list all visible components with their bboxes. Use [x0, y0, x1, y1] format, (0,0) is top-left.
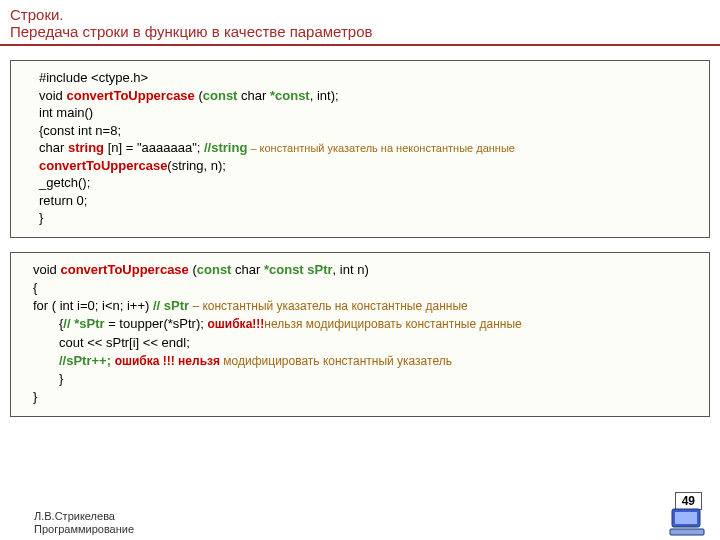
- keyword-const: const: [197, 262, 232, 277]
- code-text: char: [237, 88, 270, 103]
- code-line: {: [33, 280, 37, 295]
- comment-text: модифицировать константный указатель: [220, 354, 452, 368]
- comment-head: //sPtr++;: [59, 353, 115, 368]
- footer-author: Л.В.Стрикелева: [34, 510, 134, 523]
- code-text: , int n): [333, 262, 369, 277]
- code-text: char: [39, 140, 68, 155]
- code-line: }: [39, 210, 43, 225]
- param-const: *const sPtr: [264, 262, 333, 277]
- code-block-2: void convertToUppercase (const char *con…: [10, 252, 710, 418]
- code-line: cout << sPtr[i] << endl;: [59, 335, 190, 350]
- code-text: (: [189, 262, 197, 277]
- code-text: = toupper(*sPtr);: [105, 316, 208, 331]
- computer-icon: [668, 507, 706, 540]
- svg-rect-2: [670, 529, 704, 535]
- func-call: convertToUppercase: [39, 158, 167, 173]
- func-name: convertToUppercase: [60, 262, 188, 277]
- error-label: ошибка !!! нельзя: [115, 354, 220, 368]
- comment-head: // sPtr: [153, 298, 189, 313]
- footer: Л.В.Стрикелева Программирование: [34, 510, 134, 536]
- title-line-1: Строки.: [10, 6, 710, 23]
- code-block-1: #include <ctype.h> void convertToUpperca…: [10, 60, 710, 238]
- code-text: void: [39, 88, 66, 103]
- func-name: convertToUppercase: [66, 88, 194, 103]
- code-line: #include <ctype.h>: [39, 70, 148, 85]
- code-line: int main(): [39, 105, 93, 120]
- code-line: _getch();: [39, 175, 90, 190]
- code-line: {const int n=8;: [39, 123, 121, 138]
- comment-head: // *sPtr: [63, 316, 104, 331]
- comment-text: – константный указатель на неконстантные…: [247, 142, 515, 154]
- code-text: (: [195, 88, 203, 103]
- comment-text: – константный указатель на константные д…: [189, 299, 468, 313]
- keyword-const: const: [203, 88, 238, 103]
- keyword-const: *const: [270, 88, 310, 103]
- code-brace: }: [33, 389, 37, 404]
- title-line-2: Передача строки в функцию в качестве пар…: [10, 23, 710, 40]
- code-text: for ( int i=0; i<n; i++): [33, 298, 153, 313]
- code-line: return 0;: [39, 193, 87, 208]
- footer-course: Программирование: [34, 523, 134, 536]
- code-text: [n] = "aaaaaaa";: [104, 140, 204, 155]
- comment-text: нельзя модифицировать константные данные: [264, 317, 521, 331]
- comment-head: //string: [204, 140, 247, 155]
- code-brace: }: [59, 371, 63, 386]
- slide-title: Строки. Передача строки в функцию в каче…: [0, 0, 720, 46]
- svg-rect-1: [675, 512, 697, 524]
- code-text: char: [231, 262, 264, 277]
- code-text: void: [33, 262, 60, 277]
- code-text: , int);: [310, 88, 339, 103]
- error-label: ошибка!!!: [208, 317, 265, 331]
- code-text: (string, n);: [167, 158, 226, 173]
- var-name: string: [68, 140, 104, 155]
